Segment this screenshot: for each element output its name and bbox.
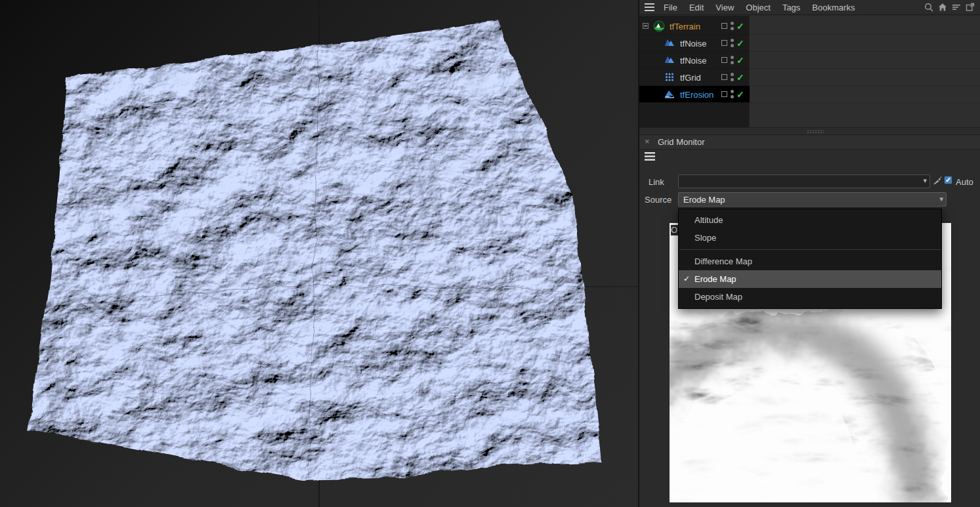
object-label[interactable]: tfGrid [680, 72, 701, 82]
layer-toggle[interactable] [721, 74, 727, 80]
object-row-tfnoise-1[interactable]: tfNoise ✓ [639, 35, 980, 52]
object-label[interactable]: tfNoise [680, 38, 706, 48]
layer-toggle[interactable] [721, 57, 727, 63]
link-label: Link [649, 177, 664, 187]
splitter-grip[interactable] [807, 130, 824, 134]
expander-minus-icon[interactable] [643, 23, 649, 29]
source-select[interactable]: Erode Map ▾ [678, 192, 947, 207]
visibility-dots [731, 56, 734, 64]
chevron-down-icon: ▾ [939, 195, 943, 203]
enabled-check-icon[interactable]: ✓ [736, 55, 744, 66]
enabled-check-icon[interactable]: ✓ [736, 38, 744, 49]
eyedropper-icon[interactable] [933, 175, 942, 185]
object-row-tfnoise-2[interactable]: tfNoise ✓ [639, 52, 980, 69]
enabled-check-icon[interactable]: ✓ [736, 21, 744, 31]
object-row-tfterrain[interactable]: tfTerrain ✓ [639, 18, 980, 35]
dropdown-item-slope[interactable]: Slope [679, 229, 941, 247]
visibility-dots [731, 90, 734, 98]
visibility-dots [731, 73, 734, 81]
dropdown-item-label: Erode Map [694, 274, 736, 284]
dropdown-item-deposit-map[interactable]: Deposit Map [679, 288, 941, 306]
source-select-value: Erode Map [683, 195, 725, 205]
editor-visibility-dot[interactable] [731, 73, 734, 76]
menu-view[interactable]: View [710, 3, 740, 12]
panel-menu-icon[interactable] [645, 3, 654, 11]
layer-toggle[interactable] [721, 23, 727, 29]
filter-icon[interactable] [952, 3, 961, 12]
menu-bookmarks[interactable]: Bookmarks [806, 3, 861, 12]
enabled-check-icon[interactable]: ✓ [736, 72, 744, 83]
layer-toggle[interactable] [721, 40, 727, 46]
right-panel: File Edit View Object Tags Bookmarks [638, 0, 980, 507]
close-icon[interactable]: × [645, 136, 650, 146]
editor-visibility-dot[interactable] [731, 90, 734, 93]
source-dropdown-menu: Altitude Slope Difference Map ✓ Erode Ma… [678, 209, 942, 309]
tfgrid-icon[interactable] [664, 71, 675, 82]
popout-icon[interactable] [966, 3, 975, 12]
auto-label: Auto [956, 177, 973, 187]
object-row-tferosion[interactable]: tfErosion ✓ [639, 86, 980, 103]
menu-object[interactable]: Object [740, 3, 777, 12]
render-visibility-dot[interactable] [731, 27, 734, 30]
menu-bar: File Edit View Object Tags Bookmarks [639, 0, 980, 15]
tfterrain-icon[interactable] [653, 20, 665, 32]
search-icon[interactable] [924, 3, 933, 12]
render-visibility-dot[interactable] [731, 78, 734, 81]
visibility-dots [731, 22, 734, 30]
dropdown-item-difference-map[interactable]: Difference Map [679, 253, 941, 270]
layer-toggle[interactable] [721, 91, 727, 97]
grid-monitor-menu-icon[interactable] [645, 152, 655, 161]
menu-edit[interactable]: Edit [683, 3, 710, 12]
menu-file[interactable]: File [658, 3, 683, 12]
dropdown-item-erode-map[interactable]: ✓ Erode Map [679, 270, 941, 288]
link-field[interactable]: ▾ [678, 174, 930, 188]
editor-visibility-dot[interactable] [731, 22, 734, 25]
chevron-down-icon[interactable]: ▾ [923, 176, 927, 185]
editor-visibility-dot[interactable] [731, 39, 734, 42]
source-label: Source [645, 195, 671, 205]
object-label[interactable]: tfTerrain [670, 21, 700, 31]
dropdown-item-altitude[interactable]: Altitude [679, 211, 941, 229]
object-manager: tfTerrain ✓ tfNoise ✓ tfNoise ✓ [639, 16, 980, 127]
dropdown-separator [679, 249, 941, 250]
render-visibility-dot[interactable] [731, 44, 734, 47]
panel-title: Grid Monitor [658, 137, 705, 147]
tferosion-icon[interactable] [664, 89, 675, 99]
grid-monitor-header: × Grid Monitor [639, 135, 980, 150]
terrain-mesh [0, 0, 638, 507]
object-label[interactable]: tfNoise [680, 55, 706, 65]
selected-check-icon: ✓ [683, 270, 690, 288]
home-icon[interactable] [938, 3, 947, 12]
enabled-check-icon[interactable]: ✓ [736, 89, 744, 100]
tfnoise-icon[interactable] [664, 37, 675, 48]
visibility-dots [731, 39, 734, 47]
render-visibility-dot[interactable] [731, 95, 734, 98]
object-label[interactable]: tfErosion [680, 89, 714, 99]
panel-splitter[interactable] [639, 127, 980, 135]
editor-visibility-dot[interactable] [731, 56, 734, 59]
object-row-tfgrid[interactable]: tfGrid ✓ [639, 69, 980, 86]
auto-checkbox[interactable]: ✓ [944, 176, 952, 184]
viewport-3d[interactable] [0, 0, 638, 507]
tfnoise-icon[interactable] [664, 54, 675, 65]
menu-tags[interactable]: Tags [777, 3, 806, 12]
render-visibility-dot[interactable] [731, 61, 734, 64]
